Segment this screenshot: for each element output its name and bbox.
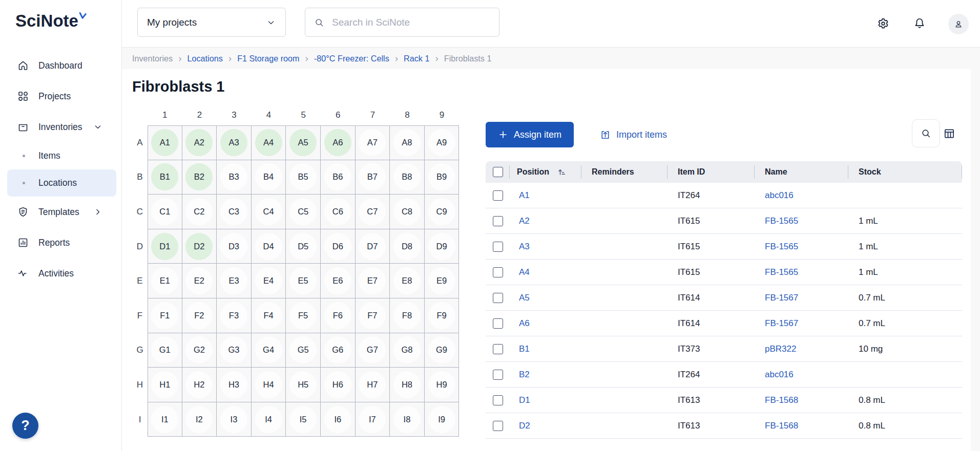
grid-cell-A1[interactable]: A1 xyxy=(148,125,182,160)
grid-cell-B6[interactable]: B6 xyxy=(321,160,356,195)
grid-cell-H5[interactable]: H5 xyxy=(286,368,321,402)
grid-cell-I6[interactable]: I6 xyxy=(321,402,356,437)
position-link[interactable]: A6 xyxy=(519,318,530,329)
grid-cell-B8[interactable]: B8 xyxy=(390,160,425,195)
grid-cell-E9[interactable]: E9 xyxy=(425,264,460,298)
sidebar-item-templates[interactable]: Templates xyxy=(0,197,121,227)
grid-cell-I2[interactable]: I2 xyxy=(182,402,217,437)
search-input[interactable] xyxy=(332,17,486,28)
grid-cell-D4[interactable]: D4 xyxy=(252,229,286,264)
manage-columns-button[interactable] xyxy=(942,127,956,141)
grid-cell-E1[interactable]: E1 xyxy=(148,264,182,298)
grid-cell-D9[interactable]: D9 xyxy=(425,229,460,264)
select-all-checkbox[interactable] xyxy=(493,167,503,177)
grid-cell-E3[interactable]: E3 xyxy=(217,264,252,298)
grid-cell-E5[interactable]: E5 xyxy=(286,264,321,298)
position-link[interactable]: A3 xyxy=(519,242,530,252)
grid-cell-H1[interactable]: H1 xyxy=(148,368,182,402)
position-link[interactable]: B1 xyxy=(519,344,530,354)
position-link[interactable]: D1 xyxy=(519,395,530,405)
grid-cell-G1[interactable]: G1 xyxy=(148,333,182,368)
grid-cell-F8[interactable]: F8 xyxy=(390,298,425,333)
grid-cell-F9[interactable]: F9 xyxy=(425,298,460,333)
header-cell-stock[interactable]: Stock xyxy=(848,161,962,183)
grid-cell-B4[interactable]: B4 xyxy=(252,160,286,195)
grid-cell-F6[interactable]: F6 xyxy=(321,298,356,333)
row-checkbox[interactable] xyxy=(493,267,503,277)
grid-cell-E4[interactable]: E4 xyxy=(252,264,286,298)
grid-cell-I4[interactable]: I4 xyxy=(252,402,286,437)
item-name-link[interactable]: FB-1565 xyxy=(765,267,798,277)
grid-cell-E2[interactable]: E2 xyxy=(182,264,217,298)
grid-cell-D1[interactable]: D1 xyxy=(148,229,182,264)
grid-cell-B1[interactable]: B1 xyxy=(148,160,182,195)
breadcrumb-item[interactable]: F1 Storage room xyxy=(237,54,299,63)
item-name-link[interactable]: FB-1567 xyxy=(765,318,798,329)
item-name-link[interactable]: FB-1565 xyxy=(765,242,798,252)
grid-cell-F2[interactable]: F2 xyxy=(182,298,217,333)
grid-cell-B3[interactable]: B3 xyxy=(217,160,252,195)
grid-cell-C9[interactable]: C9 xyxy=(425,195,460,229)
grid-cell-F3[interactable]: F3 xyxy=(217,298,252,333)
grid-cell-C8[interactable]: C8 xyxy=(390,195,425,229)
item-name-link[interactable]: FB-1568 xyxy=(765,395,798,405)
settings-button[interactable] xyxy=(875,16,891,32)
grid-cell-G4[interactable]: G4 xyxy=(252,333,286,368)
row-checkbox[interactable] xyxy=(493,395,503,405)
grid-cell-G5[interactable]: G5 xyxy=(286,333,321,368)
grid-cell-G2[interactable]: G2 xyxy=(182,333,217,368)
item-name-link[interactable]: abc016 xyxy=(765,190,794,201)
row-checkbox[interactable] xyxy=(493,344,503,354)
position-link[interactable]: A4 xyxy=(519,267,530,277)
position-link[interactable]: A5 xyxy=(519,293,530,303)
sidebar-item-activities[interactable]: Activities xyxy=(0,258,121,289)
grid-cell-C5[interactable]: C5 xyxy=(286,195,321,229)
item-name-link[interactable]: abc016 xyxy=(765,370,794,380)
grid-cell-A2[interactable]: A2 xyxy=(182,125,217,160)
grid-cell-C6[interactable]: C6 xyxy=(321,195,356,229)
grid-cell-G6[interactable]: G6 xyxy=(321,333,356,368)
position-link[interactable]: D2 xyxy=(519,421,530,431)
grid-cell-A7[interactable]: A7 xyxy=(356,125,390,160)
grid-cell-B7[interactable]: B7 xyxy=(356,160,390,195)
grid-cell-D6[interactable]: D6 xyxy=(321,229,356,264)
grid-cell-G3[interactable]: G3 xyxy=(217,333,252,368)
grid-cell-B9[interactable]: B9 xyxy=(425,160,460,195)
grid-cell-A4[interactable]: A4 xyxy=(252,125,286,160)
item-name-link[interactable]: pBR322 xyxy=(765,344,796,354)
header-cell-item-id[interactable]: Item ID xyxy=(668,161,755,183)
position-link[interactable]: B2 xyxy=(519,370,530,380)
grid-cell-A3[interactable]: A3 xyxy=(217,125,252,160)
import-items-button[interactable]: Import items xyxy=(599,125,667,144)
row-checkbox[interactable] xyxy=(493,216,503,226)
grid-cell-I9[interactable]: I9 xyxy=(425,402,460,437)
row-checkbox[interactable] xyxy=(493,293,503,303)
grid-cell-C7[interactable]: C7 xyxy=(356,195,390,229)
grid-cell-G8[interactable]: G8 xyxy=(390,333,425,368)
grid-cell-D8[interactable]: D8 xyxy=(390,229,425,264)
row-checkbox[interactable] xyxy=(493,370,503,380)
grid-cell-G9[interactable]: G9 xyxy=(425,333,460,368)
item-name-link[interactable]: FB-1567 xyxy=(765,293,798,303)
scrollbar-gutter[interactable] xyxy=(971,48,980,451)
projects-dropdown[interactable]: My projects xyxy=(137,8,286,37)
row-checkbox[interactable] xyxy=(493,242,503,252)
grid-cell-A6[interactable]: A6 xyxy=(321,125,356,160)
grid-cell-E8[interactable]: E8 xyxy=(390,264,425,298)
grid-cell-B5[interactable]: B5 xyxy=(286,160,321,195)
grid-cell-H6[interactable]: H6 xyxy=(321,368,356,402)
header-cell-position[interactable]: Position xyxy=(510,161,581,183)
grid-cell-D3[interactable]: D3 xyxy=(217,229,252,264)
grid-cell-A9[interactable]: A9 xyxy=(425,125,460,160)
header-cell-reminders[interactable]: Reminders xyxy=(581,161,668,183)
sidebar-item-locations[interactable]: Locations xyxy=(7,169,116,197)
grid-cell-I5[interactable]: I5 xyxy=(286,402,321,437)
grid-cell-I7[interactable]: I7 xyxy=(356,402,390,437)
sidebar-item-projects[interactable]: Projects xyxy=(0,81,121,112)
grid-cell-I3[interactable]: I3 xyxy=(217,402,252,437)
notifications-button[interactable] xyxy=(912,16,927,32)
user-avatar[interactable] xyxy=(948,14,969,34)
grid-cell-H2[interactable]: H2 xyxy=(182,368,217,402)
sidebar-item-items[interactable]: Items xyxy=(0,142,121,169)
row-checkbox[interactable] xyxy=(493,190,503,201)
